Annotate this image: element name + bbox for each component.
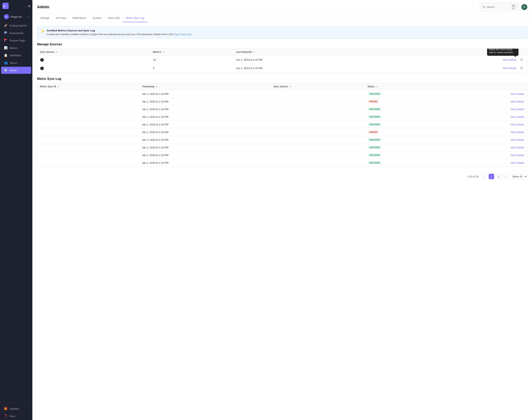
log-actions-cell: View Details [447, 98, 527, 105]
status-badge: FAILED [368, 100, 379, 103]
col-metric-sync-id: Metric Sync ID ⇅ [37, 83, 139, 90]
view-details-link[interactable]: View Details [503, 67, 517, 70]
sidebar-item-label: Admin [9, 69, 17, 72]
status-badge: SUCCESS [368, 138, 382, 141]
sync-source-cell [271, 136, 365, 144]
sidebar-header: e ◀ [0, 0, 32, 12]
sync-source-cell [271, 105, 365, 113]
pagination-show-select[interactable]: Show 10 Show 25 Show 50 [510, 174, 527, 179]
sidebar-item-teams[interactable]: 👥 Teams [1, 59, 31, 66]
sync-source-cell [271, 144, 365, 151]
view-details-link[interactable]: View Details [503, 58, 517, 61]
sidebar-collapse-button[interactable]: ◀ [28, 4, 30, 8]
tab-notifications[interactable]: Notifications [69, 14, 89, 22]
sidebar-item-admin[interactable]: 🛡️ Admin [1, 67, 31, 74]
view-details-link[interactable]: View Details [510, 154, 524, 157]
sidebar-item-label: Experiments [9, 31, 24, 34]
metric-sync-id-cell [37, 128, 139, 136]
status-cell: SUCCESS [365, 144, 447, 151]
table-row: Jan 1, 2023 at 1:15 PM SUCCESS View Deta… [37, 159, 527, 167]
search-box[interactable]: 🔍 ⌘ K [480, 3, 519, 11]
sort-icon: ⇅ [163, 51, 164, 53]
col-sync-source: Sync Source ⇅ [271, 83, 365, 90]
metrics-cell: 5 [150, 64, 233, 73]
info-banner: ✨ Certified Metrics Sources and Sync Log… [37, 26, 527, 39]
feature-flags-icon: 🚩 [4, 39, 7, 42]
timestamp-cell: Jan 1, 2023 at 1:15 PM [139, 159, 271, 167]
log-actions-cell: View Details [447, 159, 527, 167]
search-input[interactable] [487, 5, 510, 8]
pagination-range: 1-10 of 19 [467, 175, 478, 178]
col-timestamp: Timestamp ⇅ [139, 83, 271, 90]
timestamp-cell: Jan 1, 2023 at 1:15 PM [139, 136, 271, 144]
timestamp-cell: Jan 1, 2023 at 1:15 PM [139, 113, 271, 121]
view-details-link[interactable]: View Details [510, 131, 524, 134]
banner-text-content: Create and maintain certified metrics in… [47, 33, 174, 36]
sidebar-item-updates[interactable]: 🎁 Updates [1, 405, 31, 412]
metric-sync-id-cell [37, 105, 139, 113]
sidebar-item-docs[interactable]: ❓ Docs [1, 413, 31, 420]
col-metrics: Metrics ⇅ [150, 49, 233, 56]
manage-sources-title: Manage Sources [37, 43, 527, 46]
last-imported-cell: Jan 1, 2023 at 1:15 PM [233, 56, 391, 64]
timestamp-cell: Jan 1, 2023 at 1:15 PM [139, 98, 271, 105]
col-actions [391, 49, 527, 56]
view-details-link[interactable]: View Details [510, 138, 524, 141]
org-selector[interactable]: P Peppo Inc ▾ [1, 13, 31, 21]
sync-source-cell [271, 159, 365, 167]
org-avatar: P [4, 14, 9, 19]
table-row: Jan 1, 2023 at 1:15 PM SUCCESS View Deta… [37, 121, 527, 128]
log-actions-cell: View Details [447, 128, 527, 136]
banner-text: Create and maintain certified metrics in… [47, 33, 193, 36]
pagination-page-1-button[interactable]: 1 [489, 174, 494, 179]
sidebar: e ◀ P Peppo Inc ▾ 🚀 Getting Started⚗️ Ex… [0, 0, 32, 420]
sidebar-item-experiments[interactable]: ⚗️ Experiments [1, 30, 31, 36]
view-details-link[interactable]: View Details [510, 100, 524, 103]
keyboard-shortcut-icon: ⌘ K [511, 4, 517, 10]
view-details-link[interactable]: View Details [510, 115, 524, 118]
topbar-right: 🔍 ⌘ K K [480, 3, 527, 11]
docs-icon: ❓ [4, 414, 7, 418]
timestamp-cell: Jan 1, 2023 at 1:15 PM [139, 105, 271, 113]
sort-icon: ⇅ [253, 51, 255, 53]
timestamp-cell: Jan 1, 2023 at 1:15 PM [139, 144, 271, 151]
col-log-actions [447, 83, 527, 90]
banner-title: Certified Metrics Sources and Sync Log [47, 29, 193, 32]
view-details-link[interactable]: View Details [510, 161, 524, 164]
delete-source-button[interactable]: 🗑 [519, 58, 524, 62]
view-details-link[interactable]: View Details [510, 123, 524, 126]
delete-source-button[interactable]: 🗑 [519, 66, 524, 70]
definitions-icon: 📋 [4, 54, 7, 57]
github-icon: ⬤ [40, 58, 44, 62]
view-details-link[interactable]: View Details [510, 92, 524, 95]
banner-help-link[interactable]: Eppo help docs [174, 33, 192, 36]
github-icon: ⬤ [40, 66, 44, 70]
metric-sync-log-table-container: Metric Sync ID ⇅ Timestamp ⇅ Sync Source… [37, 83, 527, 167]
pagination-page-2-button[interactable]: 2 [496, 174, 501, 179]
pagination: 1-10 of 19 ‹ 1 2 › Show 10 Show 25 Show … [37, 171, 527, 180]
status-badge: SUCCESS [368, 153, 382, 157]
sidebar-item-getting-started[interactable]: 🚀 Getting Started [1, 22, 31, 29]
pagination-prev-button[interactable]: ‹ [482, 174, 487, 179]
metric-sync-id-cell [37, 98, 139, 105]
getting-started-icon: 🚀 [4, 24, 7, 27]
tab-metric-sync-log[interactable]: Metric Sync Log [123, 14, 147, 22]
view-details-link[interactable]: View Details [510, 146, 524, 149]
sync-source-cell [271, 90, 365, 98]
status-badge: FAILED [368, 130, 379, 134]
sync-source-cell [271, 128, 365, 136]
tab-queries[interactable]: Queries [89, 14, 105, 22]
tab-api-keys[interactable]: API Keys [53, 14, 69, 22]
sidebar-item-definitions[interactable]: 📋 Definitions [1, 52, 31, 59]
metric-sync-id-cell [37, 159, 139, 167]
tab-users[interactable]: Users (25) [105, 14, 123, 22]
pagination-next-button[interactable]: › [503, 174, 508, 179]
chevron-down-icon: ▾ [28, 16, 29, 18]
tab-settings[interactable]: Settings [37, 14, 53, 22]
logo: e [2, 3, 9, 9]
sidebar-item-feature-flags[interactable]: 🚩 Feature Flags [1, 37, 31, 44]
search-icon: 🔍 [482, 5, 486, 8]
view-details-link[interactable]: View Details [510, 108, 524, 111]
sidebar-item-metrics[interactable]: 📊 Metrics [1, 44, 31, 51]
log-actions-cell: View Details [447, 144, 527, 151]
